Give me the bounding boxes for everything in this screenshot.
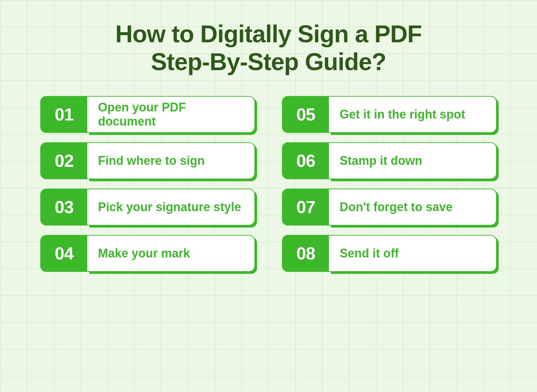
step-number-01: 01 bbox=[40, 96, 87, 133]
step-label-07: Don't forget to save bbox=[329, 189, 497, 226]
step-item-01: 01Open your PDF document bbox=[40, 96, 255, 133]
main-container: How to Digitally Sign a PDF Step-By-Step… bbox=[0, 0, 537, 392]
step-label-05: Get it in the right spot bbox=[329, 96, 497, 133]
step-item-02: 02Find where to sign bbox=[40, 142, 255, 179]
step-item-07: 07Don't forget to save bbox=[282, 189, 497, 226]
step-item-08: 08Send it off bbox=[282, 235, 497, 272]
step-number-07: 07 bbox=[282, 189, 329, 226]
step-number-03: 03 bbox=[40, 189, 87, 226]
step-item-06: 06Stamp it down bbox=[282, 142, 497, 179]
step-number-05: 05 bbox=[282, 96, 329, 133]
step-label-04: Make your mark bbox=[87, 235, 255, 272]
step-number-08: 08 bbox=[282, 235, 329, 272]
step-item-03: 03Pick your signature style bbox=[40, 189, 255, 226]
step-label-03: Pick your signature style bbox=[87, 189, 255, 226]
step-label-02: Find where to sign bbox=[87, 142, 255, 179]
page-title: How to Digitally Sign a PDF Step-By-Step… bbox=[115, 20, 422, 76]
step-label-06: Stamp it down bbox=[329, 142, 497, 179]
step-label-08: Send it off bbox=[329, 235, 497, 272]
step-number-02: 02 bbox=[40, 142, 87, 179]
step-number-06: 06 bbox=[282, 142, 329, 179]
steps-grid: 01Open your PDF document05Get it in the … bbox=[40, 96, 497, 272]
step-item-05: 05Get it in the right spot bbox=[282, 96, 497, 133]
step-label-01: Open your PDF document bbox=[87, 96, 255, 133]
step-item-04: 04Make your mark bbox=[40, 235, 255, 272]
step-number-04: 04 bbox=[40, 235, 87, 272]
